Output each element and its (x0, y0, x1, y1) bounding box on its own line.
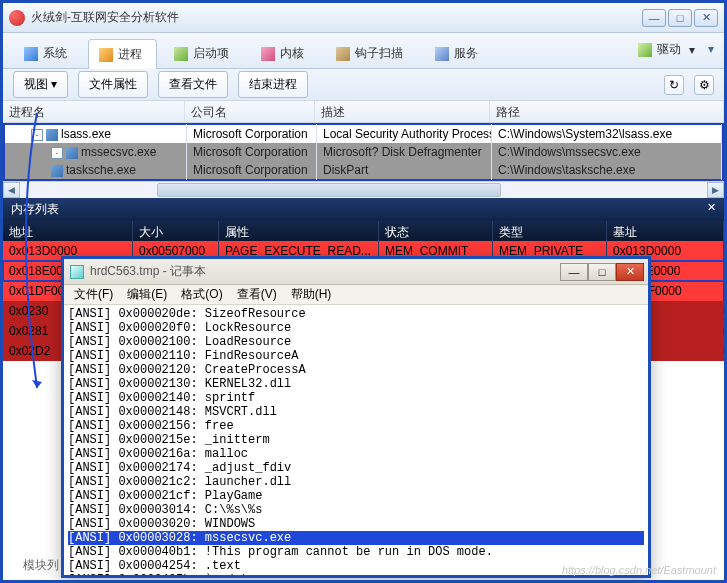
column-desc[interactable]: 描述 (315, 101, 490, 122)
np-minimize-button[interactable]: — (560, 263, 588, 281)
notepad-line: [ANSI] 0x00002130: KERNEL32.dll (68, 377, 644, 391)
scroll-right-arrow[interactable]: ▶ (707, 182, 724, 198)
proc-desc: Microsoft? Disk Defragmenter (317, 142, 492, 162)
chevron-down-icon: ▾ (689, 43, 695, 57)
exe-icon (66, 147, 78, 159)
mcol-size[interactable]: 大小 (133, 221, 219, 241)
sub-toolbar: 视图 ▾ 文件属性 查看文件 结束进程 ↻ ⚙ (3, 69, 724, 101)
proc-desc: Local Security Authority Process (317, 124, 492, 144)
notepad-line: [ANSI] 0x00003020: WINDOWS (68, 517, 644, 531)
tab-label: 内核 (280, 45, 304, 62)
process-rows: -lsass.exe Microsoft Corporation Local S… (3, 123, 724, 181)
watermark: https://blog.csdn.net/Eastmount (562, 564, 716, 576)
tab-kernel[interactable]: 内核 (250, 38, 319, 68)
notepad-line: [ANSI] 0x00002110: FindResourceA (68, 349, 644, 363)
notepad-line: [ANSI] 0x00002120: CreateProcessA (68, 363, 644, 377)
tab-hook[interactable]: 钩子扫描 (325, 38, 418, 68)
mcol-type[interactable]: 类型 (493, 221, 607, 241)
monitor-icon (24, 47, 38, 61)
memory-panel-header: 内存列表 ✕ (3, 198, 724, 221)
proc-company: Microsoft Corporation (187, 124, 317, 144)
gear-icon: ⚙ (699, 78, 710, 92)
scroll-left-arrow[interactable]: ◀ (3, 182, 20, 198)
proc-path: C:\Windows\System32\lsass.exe (492, 124, 722, 144)
app-titlebar: 火绒剑-互联网安全分析软件 — □ ✕ (3, 3, 724, 33)
np-maximize-button[interactable]: □ (588, 263, 616, 281)
fileattr-button[interactable]: 文件属性 (78, 71, 148, 98)
proc-company: Microsoft Corporation (187, 160, 317, 180)
notepad-line: [ANSI] 0x00002100: LoadResource (68, 335, 644, 349)
tab-startup[interactable]: 启动项 (163, 38, 244, 68)
column-company[interactable]: 公司名 (185, 101, 315, 122)
service-icon (435, 47, 449, 61)
notepad-line: [ANSI] 0x00002174: _adjust_fdiv (68, 461, 644, 475)
tab-label: 钩子扫描 (355, 45, 403, 62)
tab-label: 系统 (43, 45, 67, 62)
notepad-line: [ANSI] 0x00002148: MSVCRT.dll (68, 405, 644, 419)
process-row[interactable]: -mssecsvc.exe Microsoft Corporation Micr… (5, 143, 722, 161)
driver-icon (638, 43, 652, 57)
notepad-icon (70, 265, 84, 279)
memory-table-header: 地址 大小 属性 状态 类型 基址 (3, 221, 724, 241)
notepad-body[interactable]: [ANSI] 0x000020de: SizeofResource[ANSI] … (64, 305, 648, 575)
mcol-base[interactable]: 基址 (607, 221, 724, 241)
mcol-addr[interactable]: 地址 (3, 221, 133, 241)
proc-path: C:\Windows\mssecsvc.exe (492, 142, 722, 162)
app-icon (9, 10, 25, 26)
exe-icon (46, 129, 58, 141)
process-row[interactable]: tasksche.exe Microsoft Corporation DiskP… (5, 161, 722, 179)
notepad-line: [ANSI] 0x000021cf: PlayGame (68, 489, 644, 503)
minimize-button[interactable]: — (642, 9, 666, 27)
close-icon[interactable]: ✕ (707, 201, 716, 218)
tree-collapse-icon[interactable]: - (51, 147, 63, 159)
notepad-line: [ANSI] 0x00003014: C:\%s\%s (68, 503, 644, 517)
tab-driver[interactable]: 驱动 ▾ (629, 36, 704, 62)
notepad-title: hrdC563.tmp - 记事本 (90, 263, 560, 280)
rocket-icon (174, 47, 188, 61)
menu-view[interactable]: 查看(V) (231, 284, 283, 305)
tab-service[interactable]: 服务 (424, 38, 493, 68)
tab-label: 驱动 (657, 41, 681, 58)
tab-system[interactable]: 系统 (13, 38, 82, 68)
process-table: 进程名 公司名 描述 路径 -lsass.exe Microsoft Corpo… (3, 101, 724, 198)
notepad-line: [ANSI] 0x000020f0: LockResource (68, 321, 644, 335)
process-row[interactable]: -lsass.exe Microsoft Corporation Local S… (5, 125, 722, 143)
menu-edit[interactable]: 编辑(E) (121, 284, 173, 305)
menu-format[interactable]: 格式(O) (175, 284, 228, 305)
mcol-attr[interactable]: 属性 (219, 221, 379, 241)
menu-file[interactable]: 文件(F) (68, 284, 119, 305)
notepad-line: [ANSI] 0x0000427b: `.rdata (68, 573, 644, 575)
endproc-button[interactable]: 结束进程 (238, 71, 308, 98)
chevron-down-icon[interactable]: ▾ (708, 42, 714, 56)
viewfile-button[interactable]: 查看文件 (158, 71, 228, 98)
view-dropdown[interactable]: 视图 ▾ (13, 71, 68, 98)
tab-label: 启动项 (193, 45, 229, 62)
column-name[interactable]: 进程名 (3, 101, 185, 122)
proc-path: C:\Windows\tasksche.exe (492, 160, 722, 180)
notepad-titlebar[interactable]: hrdC563.tmp - 记事本 — □ ✕ (64, 259, 648, 285)
column-path[interactable]: 路径 (490, 101, 724, 122)
notepad-line: [ANSI] 0x00003028: mssecsvc.exe (68, 531, 644, 545)
tab-process[interactable]: 进程 (88, 39, 157, 69)
notepad-line: [ANSI] 0x0000215e: _initterm (68, 433, 644, 447)
mcol-state[interactable]: 状态 (379, 221, 493, 241)
close-button[interactable]: ✕ (694, 9, 718, 27)
main-tab-bar: 系统 进程 启动项 内核 钩子扫描 服务 驱动 ▾ ▾ (3, 33, 724, 69)
tree-collapse-icon[interactable]: - (31, 129, 43, 141)
maximize-button[interactable]: □ (668, 9, 692, 27)
np-close-button[interactable]: ✕ (616, 263, 644, 281)
bottom-panel-label: 模块列 (23, 557, 59, 574)
exe-icon (51, 165, 63, 177)
horizontal-scrollbar[interactable]: ◀ ▶ (3, 181, 724, 198)
process-table-header: 进程名 公司名 描述 路径 (3, 101, 724, 123)
scroll-thumb[interactable] (157, 183, 501, 197)
notepad-line: [ANSI] 0x00002140: sprintf (68, 391, 644, 405)
notepad-line: [ANSI] 0x00004254: .text (68, 559, 644, 573)
notepad-menubar: 文件(F) 编辑(E) 格式(O) 查看(V) 帮助(H) (64, 285, 648, 305)
cube-icon (99, 48, 113, 62)
notepad-line: [ANSI] 0x000021c2: launcher.dll (68, 475, 644, 489)
settings-button[interactable]: ⚙ (694, 75, 714, 95)
refresh-button[interactable]: ↻ (664, 75, 684, 95)
memory-panel-title: 内存列表 (11, 201, 59, 218)
menu-help[interactable]: 帮助(H) (285, 284, 338, 305)
